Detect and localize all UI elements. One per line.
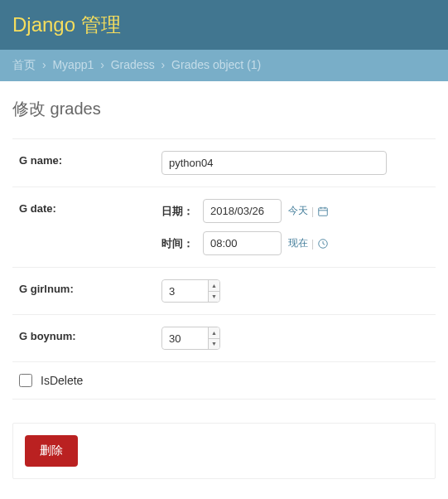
svg-rect-0 [319, 207, 328, 215]
stepper-gboynum: ▲ ▼ [161, 327, 220, 350]
step-down-icon[interactable]: ▼ [209, 292, 219, 303]
step-up-icon[interactable]: ▲ [209, 327, 219, 339]
breadcrumb-sep: › [161, 58, 166, 71]
breadcrumb-home[interactable]: 首页 [12, 58, 36, 71]
row-isdelete: IsDelete [12, 362, 436, 400]
breadcrumb-current: Grades object (1) [171, 58, 261, 71]
page-title: 修改 grades [12, 98, 436, 120]
row-gname: G name: [12, 138, 436, 187]
label-isdelete[interactable]: IsDelete [41, 374, 83, 387]
breadcrumb-model[interactable]: Gradess [111, 58, 155, 71]
link-today[interactable]: 今天 [288, 204, 308, 218]
breadcrumb: 首页 › Myapp1 › Gradess › Grades object (1… [0, 50, 448, 81]
input-gname[interactable] [161, 151, 387, 175]
svg-line-6 [323, 244, 325, 245]
calendar-icon[interactable] [317, 206, 329, 217]
breadcrumb-sep: › [100, 58, 104, 71]
site-title: Django 管理 [12, 12, 436, 38]
content: 修改 grades G name: G date: 日期： 今天 | [0, 81, 448, 492]
checkbox-isdelete[interactable] [19, 374, 32, 387]
clock-icon[interactable] [317, 238, 329, 250]
input-ggirlnum[interactable] [162, 280, 208, 302]
step-up-icon[interactable]: ▲ [209, 280, 219, 292]
label-gboynum: G boynum: [19, 327, 161, 342]
input-date[interactable] [203, 199, 282, 223]
label-gdate: G date: [19, 199, 161, 215]
delete-section: 删除 [12, 423, 436, 479]
breadcrumb-app[interactable]: Myapp1 [52, 58, 94, 71]
row-gboynum: G boynum: ▲ ▼ [12, 315, 436, 362]
input-gboynum[interactable] [162, 327, 208, 349]
sublabel-date: 日期： [161, 204, 196, 219]
sublabel-time: 时间： [161, 236, 196, 251]
row-ggirlnum: G girlnum: ▲ ▼ [12, 268, 436, 315]
label-gname: G name: [19, 151, 161, 167]
input-time[interactable] [203, 231, 282, 255]
breadcrumb-sep: › [42, 58, 46, 71]
stepper-ggirlnum: ▲ ▼ [161, 279, 220, 303]
label-ggirlnum: G girlnum: [19, 279, 161, 295]
delete-button[interactable]: 删除 [25, 435, 78, 467]
link-now[interactable]: 现在 [288, 236, 308, 250]
step-down-icon[interactable]: ▼ [209, 339, 219, 350]
admin-header: Django 管理 [0, 0, 448, 50]
row-gdate: G date: 日期： 今天 | 时间： [12, 187, 436, 268]
